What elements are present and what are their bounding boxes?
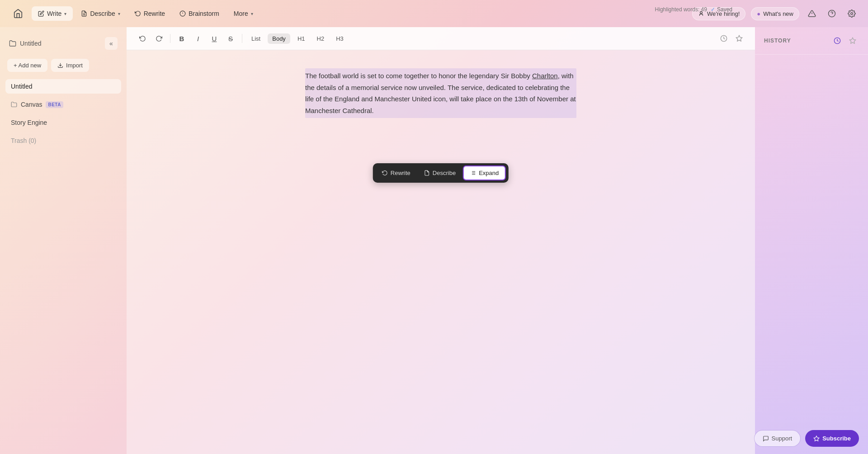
- status-bar: Highlighted words: 49 ✓ Saved: [655, 6, 732, 13]
- italic-button[interactable]: I: [191, 32, 205, 45]
- saved-label: Saved: [717, 6, 732, 13]
- write-label: Write: [47, 10, 61, 17]
- editor-content[interactable]: The football world is set to come togeth…: [127, 50, 755, 454]
- h2-button[interactable]: H2: [312, 33, 329, 44]
- import-button[interactable]: Import: [51, 59, 89, 72]
- editor-toolbar: B I U S List Body H1 H2: [127, 27, 755, 50]
- body-button[interactable]: Body: [268, 33, 290, 44]
- body-label: Body: [272, 35, 286, 42]
- subscribe-button[interactable]: Subscribe: [805, 430, 859, 447]
- redo-button[interactable]: [152, 32, 165, 45]
- text-content: The football world is set to come togeth…: [305, 68, 576, 118]
- bold-label: B: [179, 35, 184, 43]
- settings-button[interactable]: [844, 6, 859, 21]
- float-expand-label: Expand: [479, 170, 499, 176]
- bold-button[interactable]: B: [175, 32, 189, 45]
- editor-paragraph: The football world is set to come togeth…: [305, 68, 576, 118]
- support-button[interactable]: Support: [754, 430, 801, 447]
- describe-label: Describe: [90, 10, 115, 17]
- sidebar-item-trash-label: Trash (0): [11, 137, 36, 144]
- h2-label: H2: [317, 35, 325, 42]
- toolbar-sep-2: [242, 34, 242, 43]
- write-button[interactable]: Write ▾: [32, 6, 73, 21]
- more-button[interactable]: More ▾: [227, 6, 259, 21]
- alert-button[interactable]: [805, 6, 819, 21]
- home-button[interactable]: [9, 5, 27, 23]
- sidebar-item-trash[interactable]: Trash (0): [5, 133, 121, 148]
- rewrite-button[interactable]: Rewrite: [128, 6, 171, 21]
- saved-indicator: ✓ Saved: [711, 6, 732, 13]
- float-rewrite-label: Rewrite: [391, 170, 410, 176]
- highlighted-words: Highlighted words: 49: [655, 6, 707, 13]
- history-clock-panel-button[interactable]: [831, 34, 844, 47]
- list-label: List: [251, 35, 260, 42]
- float-describe-label: Describe: [433, 170, 456, 176]
- floating-toolbar: Rewrite Describe Expand: [373, 163, 509, 183]
- describe-button[interactable]: Describe ▾: [75, 6, 126, 21]
- history-star-button[interactable]: [732, 32, 746, 45]
- brainstorm-button[interactable]: Brainstorm: [173, 6, 226, 21]
- history-star-panel-button[interactable]: [846, 34, 859, 47]
- sidebar-title: Untitled: [9, 40, 41, 47]
- float-expand-button[interactable]: Expand: [463, 166, 506, 180]
- right-panel-icons: [831, 34, 859, 47]
- editor-area: B I U S List Body H1 H2: [127, 27, 755, 454]
- underline-button[interactable]: U: [208, 32, 221, 45]
- sidebar-collapse-button[interactable]: «: [105, 37, 118, 50]
- nav-tools: Write ▾ Describe ▾ Rewrite Brainstorm Mo…: [32, 6, 692, 21]
- add-new-button[interactable]: + Add new: [7, 59, 47, 72]
- italic-label: I: [197, 35, 199, 43]
- whats-new-label: What's new: [763, 10, 793, 17]
- sidebar-item-untitled[interactable]: Untitled: [5, 79, 121, 94]
- float-describe-button[interactable]: Describe: [418, 166, 462, 180]
- nav-right: Highlighted words: 49 ✓ Saved We're hiri…: [692, 6, 859, 21]
- sidebar-item-canvas[interactable]: Canvas BETA: [5, 97, 121, 112]
- sidebar-doc-title: Untitled: [20, 40, 41, 47]
- sidebar: Untitled « + Add new Import Untitled Can…: [0, 27, 127, 454]
- history-icons: [717, 32, 746, 45]
- canvas-beta-badge: BETA: [46, 101, 63, 108]
- strikethrough-button[interactable]: S: [224, 32, 237, 45]
- more-chevron: ▾: [251, 11, 253, 16]
- describe-chevron: ▾: [118, 11, 120, 16]
- h3-label: H3: [336, 35, 344, 42]
- history-clock-button[interactable]: [717, 32, 731, 45]
- svg-marker-21: [849, 38, 855, 43]
- charlton-word: Charlton: [532, 72, 558, 80]
- main-layout: Untitled « + Add new Import Untitled Can…: [0, 27, 868, 454]
- h3-button[interactable]: H3: [331, 33, 348, 44]
- help-button[interactable]: [825, 6, 839, 21]
- right-panel: HISTORY Support Subscribe: [755, 27, 868, 454]
- h1-button[interactable]: H1: [293, 33, 310, 44]
- import-label: Import: [66, 62, 83, 69]
- toolbar-sep-1: [170, 34, 170, 43]
- whats-new-button[interactable]: ● What's new: [751, 7, 799, 20]
- top-nav: Write ▾ Describe ▾ Rewrite Brainstorm Mo…: [0, 0, 868, 27]
- brainstorm-label: Brainstorm: [189, 10, 219, 17]
- sidebar-item-canvas-label: Canvas: [21, 101, 42, 108]
- support-label: Support: [772, 435, 793, 442]
- write-chevron: ▾: [64, 11, 66, 16]
- float-rewrite-button[interactable]: Rewrite: [376, 166, 417, 180]
- sidebar-actions: + Add new Import: [5, 59, 121, 76]
- right-panel-title: HISTORY: [764, 38, 791, 44]
- check-icon: ✓: [711, 6, 715, 13]
- underline-label: U: [212, 35, 217, 43]
- svg-marker-22: [814, 436, 819, 441]
- undo-button[interactable]: [136, 32, 149, 45]
- sidebar-item-story-engine[interactable]: Story Engine: [5, 115, 121, 130]
- more-label: More: [234, 10, 248, 17]
- strikethrough-label: S: [228, 35, 233, 43]
- h1-label: H1: [297, 35, 305, 42]
- subscribe-label: Subscribe: [822, 435, 851, 442]
- sidebar-item-untitled-label: Untitled: [11, 83, 32, 90]
- list-button[interactable]: List: [247, 33, 265, 44]
- sidebar-item-story-engine-label: Story Engine: [11, 119, 47, 126]
- svg-point-10: [851, 13, 853, 15]
- add-new-label: + Add new: [14, 62, 41, 69]
- right-panel-footer: Support Subscribe: [755, 423, 868, 454]
- right-panel-header: HISTORY: [755, 27, 868, 55]
- sidebar-header: Untitled «: [5, 34, 121, 55]
- right-panel-content: [755, 55, 868, 423]
- svg-marker-13: [736, 35, 742, 41]
